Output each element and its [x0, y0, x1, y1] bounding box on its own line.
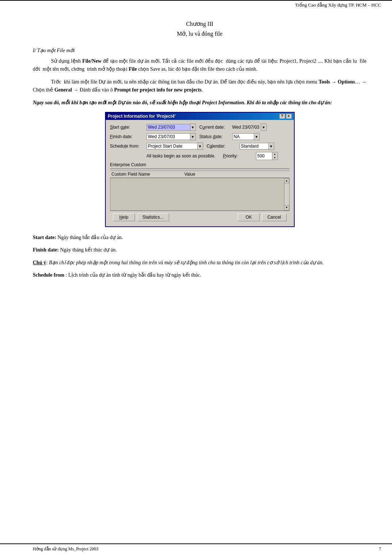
help-button[interactable]: Help — [113, 213, 135, 221]
start-date-label: Start gate: — [110, 125, 147, 130]
scroll-up-btn[interactable]: ▲ — [284, 178, 289, 183]
finish-date-label: Finish date: — [110, 134, 147, 139]
ok-button[interactable]: OK — [238, 213, 260, 221]
priority-label: Priority: — [223, 153, 256, 159]
status-date-input[interactable]: NA — [232, 133, 254, 140]
chapter-subtitle: Mở, lu và đóng file — [33, 30, 366, 37]
start-date-dropdown[interactable]: ▼ — [190, 124, 196, 131]
table-col1-header: Custom Field Name — [110, 172, 183, 177]
dialog-title: Project Information for 'Project4' — [108, 114, 176, 119]
dialog-table-body: ▲ ▼ — [110, 178, 290, 211]
para1-text: Sử dụng lệnh File/New để tạo một file dự… — [33, 58, 366, 72]
schedule-from-post-label: Schedule from — [33, 272, 64, 278]
dialog-row-startdate: Start gate: Wed 23/07/03 ▼ Current date:… — [110, 124, 290, 131]
current-date-value: Wed 23/07/03 — [232, 125, 260, 130]
section1-title: I/ Tạo một File mới — [33, 47, 366, 54]
cancel-button[interactable]: Cancel — [262, 213, 286, 221]
start-date-post-label: Start date: — [33, 235, 56, 240]
help-btn-label: H — [119, 215, 123, 220]
italic-paragraph: Ngay sau đó, mỗi khi bạn tạo mới một Dự … — [33, 99, 366, 107]
enterprise-divider — [110, 168, 290, 169]
page-footer: Hớng dẫn sử dụng Ms_Project 2003 7 — [0, 543, 392, 554]
table-col2-header: Value — [183, 172, 290, 177]
paragraph-2: Trớc khi làm một file Dự án mới, ta nên … — [33, 78, 366, 94]
page: Trồng Cao đẳng Xây dựng TP. HCM – HCC Ch… — [0, 0, 392, 554]
header-text: Trồng Cao đẳng Xây dựng TP. HCM – HCC — [295, 2, 381, 8]
note-paragraph: Chú ý: Bạn chỉ đọc phép nhập một trong h… — [33, 259, 366, 267]
dialog-wrapper: Project Information for 'Project4' ? × S… — [33, 112, 366, 227]
schedule-from-input[interactable]: Project Start Date — [147, 143, 198, 149]
priority-spin-up[interactable]: ▲ — [272, 152, 277, 156]
ok-btn-label: OK — [245, 215, 252, 220]
statistics-btn-label: Statistics... — [143, 215, 164, 220]
italic-para-text: Ngay sau đó, mỗi khi bạn tạo mới một Dự … — [33, 100, 332, 105]
table-scrollbar[interactable]: ▲ ▼ — [284, 178, 289, 210]
cancel-btn-label: Cancel — [267, 215, 281, 220]
finish-date-post-label: Finish date: — [33, 247, 59, 253]
statistics-button[interactable]: Statistics... — [137, 213, 169, 221]
chapter-label: Chương III — [33, 20, 366, 27]
footer-page-number: 7 — [379, 546, 381, 552]
calendar-dropdown[interactable]: ▼ — [268, 143, 274, 150]
current-date-label: Current date: — [199, 125, 232, 130]
footer-left: Hớng dẫn sử dụng Ms_Project 2003 — [33, 546, 98, 552]
status-date-group: Status date: NA ▼ — [199, 133, 290, 140]
para2-text: Trớc khi làm một file Dự án mới, ta nên … — [33, 79, 366, 93]
dialog-table-header: Custom Field Name Value — [110, 171, 290, 178]
current-date-dropdown[interactable]: ▼ — [261, 124, 267, 131]
start-date-input[interactable]: Wed 23/07/03 — [147, 124, 190, 130]
dialog-row-finishdate: Finish date: Wed 23/07/03 ▼ Status date:… — [110, 133, 290, 140]
dialog-body: Start gate: Wed 23/07/03 ▼ Current date:… — [106, 120, 294, 226]
post-para-finishdate: Finish date: Ngày tháng kết thúc dự án. — [33, 246, 366, 254]
enterprise-custom-label: Enterprise Custom — [110, 162, 290, 167]
project-information-dialog[interactable]: Project Information for 'Project4' ? × S… — [105, 112, 295, 227]
calendar-group: Calendar: Standard ▼ — [207, 143, 290, 150]
note-label: Chú ý — [33, 260, 46, 265]
post-para-schedule: Schedule from : Lịch trình của dự án tín… — [33, 271, 366, 279]
help-icon-btn[interactable]: ? — [279, 114, 285, 119]
priority-spin-buttons: ▲ ▼ — [272, 152, 277, 160]
finish-date-post-text: Ngày tháng kết thúc dự án. — [60, 247, 117, 253]
dialog-row-schedule: Schedule from: Project Start Date ▼ Cale… — [110, 143, 290, 150]
dialog-titlebar: Project Information for 'Project4' ? × — [106, 113, 294, 120]
dialog-row-alltasks: All tasks begin as soon as possible. Pri… — [110, 152, 290, 160]
calendar-label: Calendar: — [207, 144, 240, 149]
content-area: Chương III Mở, lu và đóng file I/ Tạo mộ… — [0, 9, 392, 291]
all-tasks-text: All tasks begin as soon as possible. — [147, 153, 220, 159]
status-date-label: Status date: — [199, 134, 232, 139]
schedule-from-post-text: : Lịch trình của dự án tính từ ngày bắt … — [66, 272, 201, 278]
dialog-titlebar-buttons: ? × — [279, 114, 292, 119]
note-text: : Bạn chỉ đọc phép nhập một trong hai th… — [46, 260, 323, 265]
schedule-from-dropdown[interactable]: ▼ — [197, 143, 203, 150]
current-date-group: Current date: Wed 23/07/03 ▼ — [199, 124, 290, 131]
priority-spin-down[interactable]: ▼ — [272, 156, 277, 160]
paragraph-1: Sử dụng lệnh File/New để tạo một file dự… — [33, 57, 366, 74]
calendar-input[interactable]: Standard — [240, 143, 269, 149]
priority-group: Priority: ▲ ▼ — [223, 152, 290, 160]
priority-input[interactable] — [256, 153, 272, 159]
help-btn-rest: elp — [123, 215, 128, 220]
post-para-startdate: Start date: Ngày tháng bắt đầu của dự án… — [33, 234, 366, 242]
status-date-dropdown[interactable]: ▼ — [254, 133, 260, 140]
scroll-down-btn[interactable]: ▼ — [284, 205, 289, 210]
start-date-post-text: Ngày tháng bắt đầu của dự án. — [58, 235, 123, 240]
priority-spinner[interactable]: ▲ ▼ — [256, 152, 278, 160]
top-bar: Trồng Cao đẳng Xây dựng TP. HCM – HCC — [0, 0, 392, 9]
dialog-footer: Help Statistics... OK Cancel — [110, 211, 290, 223]
schedule-from-label: Schedule from: — [110, 144, 147, 149]
finish-date-dropdown[interactable]: ▼ — [190, 133, 196, 140]
close-icon-btn[interactable]: × — [286, 114, 292, 119]
finish-date-input[interactable]: Wed 23/07/03 — [147, 133, 190, 140]
